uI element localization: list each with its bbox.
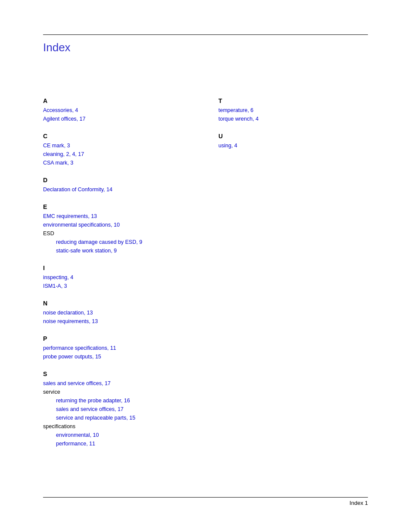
index-columns: A Accessories, 4 Agilent offices, 17 C C… bbox=[43, 97, 368, 457]
page-container: Index A Accessories, 4 Agilent offices, … bbox=[0, 0, 411, 532]
link-returning-probe[interactable]: returning the probe adapter, 16 bbox=[43, 396, 193, 405]
section-i: I inspecting, 4 ISM1-A, 3 bbox=[43, 264, 193, 290]
link-esd-reducing[interactable]: reducing damage caused by ESD, 9 bbox=[43, 238, 193, 246]
link-environmental-specs[interactable]: environmental specifications, 10 bbox=[43, 221, 193, 229]
link-ce-mark[interactable]: CE mark, 3 bbox=[43, 141, 193, 150]
bottom-rule bbox=[43, 497, 368, 498]
section-p: P performance specifications, 11 probe p… bbox=[43, 335, 193, 361]
link-csa-mark[interactable]: CSA mark, 3 bbox=[43, 159, 193, 167]
link-sales-service-offices[interactable]: sales and service offices, 17 bbox=[43, 379, 193, 388]
link-performance-specs[interactable]: performance specifications, 11 bbox=[43, 344, 193, 352]
label-specifications: specifications bbox=[43, 422, 193, 431]
link-agilent-offices[interactable]: Agilent offices, 17 bbox=[43, 115, 193, 123]
link-ism1a[interactable]: ISM1-A, 3 bbox=[43, 282, 193, 290]
link-temperature[interactable]: temperature, 6 bbox=[218, 106, 368, 115]
section-s: S sales and service offices, 17 service … bbox=[43, 370, 193, 448]
link-noise-requirements[interactable]: noise requirements, 13 bbox=[43, 317, 193, 326]
letter-n: N bbox=[43, 300, 193, 307]
section-t: T temperature, 6 torque wrench, 4 bbox=[218, 97, 368, 123]
index-left: A Accessories, 4 Agilent offices, 17 C C… bbox=[43, 97, 193, 457]
section-c: C CE mark, 3 cleaning, 2, 4, 17 CSA mark… bbox=[43, 133, 193, 167]
section-n: N noise declaration, 13 noise requiremen… bbox=[43, 300, 193, 326]
letter-a: A bbox=[43, 97, 193, 104]
top-rule bbox=[43, 34, 368, 35]
link-declaration[interactable]: Declaration of Conformity, 14 bbox=[43, 185, 193, 194]
link-probe-power[interactable]: probe power outputs, 15 bbox=[43, 352, 193, 361]
letter-i: I bbox=[43, 264, 193, 271]
link-noise-declaration[interactable]: noise declaration, 13 bbox=[43, 308, 193, 317]
section-a: A Accessories, 4 Agilent offices, 17 bbox=[43, 97, 193, 123]
link-torque-wrench[interactable]: torque wrench, 4 bbox=[218, 115, 368, 123]
letter-t: T bbox=[218, 97, 368, 104]
link-specs-environmental[interactable]: environmental, 10 bbox=[43, 431, 193, 439]
page-footer: Index 1 bbox=[349, 500, 368, 506]
link-service-replaceable[interactable]: service and replaceable parts, 15 bbox=[43, 414, 193, 422]
index-right: T temperature, 6 torque wrench, 4 U usin… bbox=[218, 97, 368, 159]
link-sales-service-sub[interactable]: sales and service offices, 17 bbox=[43, 405, 193, 414]
letter-s: S bbox=[43, 370, 193, 377]
link-inspecting[interactable]: inspecting, 4 bbox=[43, 273, 193, 282]
page-title: Index bbox=[43, 41, 368, 54]
letter-d: D bbox=[43, 177, 193, 184]
link-specs-performance[interactable]: performance, 11 bbox=[43, 439, 193, 448]
label-esd: ESD bbox=[43, 229, 193, 238]
label-service: service bbox=[43, 388, 193, 396]
link-emc[interactable]: EMC requirements, 13 bbox=[43, 212, 193, 221]
link-using[interactable]: using, 4 bbox=[218, 141, 368, 150]
link-accessories[interactable]: Accessories, 4 bbox=[43, 106, 193, 115]
letter-c: C bbox=[43, 133, 193, 140]
letter-p: P bbox=[43, 335, 193, 342]
letter-e: E bbox=[43, 203, 193, 210]
section-e: E EMC requirements, 13 environmental spe… bbox=[43, 203, 193, 255]
section-d: D Declaration of Conformity, 14 bbox=[43, 177, 193, 194]
link-static-safe[interactable]: static-safe work station, 9 bbox=[43, 246, 193, 255]
letter-u: U bbox=[218, 133, 368, 140]
link-cleaning[interactable]: cleaning, 2, 4, 17 bbox=[43, 150, 193, 159]
section-u: U using, 4 bbox=[218, 133, 368, 150]
